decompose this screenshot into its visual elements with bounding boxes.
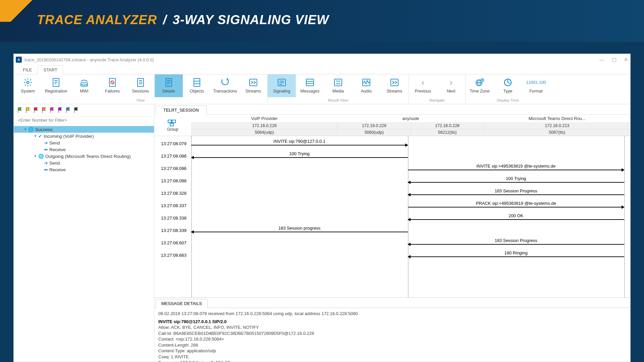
title-white: 3-WAY SIGNALING VIEW [173, 13, 329, 27]
msg-header-line: Content-Length: 288 [158, 342, 626, 348]
svg-line-41 [482, 80, 483, 80]
seq-message[interactable]: 13:27:08.338200 OK [154, 212, 624, 224]
seq-message-label: INVITE sip:+495363819 @te-systems.de [408, 164, 625, 169]
btn-media[interactable]: Media [324, 74, 352, 97]
tree-outgoing-send[interactable]: ➔Send [14, 160, 154, 166]
ribbon-group-display: Time Zone Type 11001.100Format Display T… [466, 74, 550, 104]
ribbon-group-view: System Registration MWI Failures Session… [14, 74, 268, 104]
flag-icon[interactable] [73, 107, 79, 114]
btn-type[interactable]: Type [494, 74, 522, 97]
btn-details[interactable]: Details [155, 74, 183, 97]
btn-streams2[interactable]: Streams [380, 74, 409, 97]
btn-mwi[interactable]: MWI [70, 74, 98, 97]
seq-message-label: 183 Session Progress [408, 238, 625, 243]
filter-input[interactable] [16, 116, 152, 124]
lane-a-title: VoIP Provider [191, 115, 337, 122]
seq-message[interactable]: 13:27:08.663180 Ringing [154, 249, 624, 261]
tree-outgoing-receive[interactable]: ⬅Receive [14, 166, 154, 173]
seq-message[interactable]: 13:27:08.339183 Session progress [154, 224, 624, 236]
svg-rect-45 [168, 120, 171, 123]
seq-message[interactable]: 13:27:08.337PRACK sip:+495363819 @te-sys… [154, 199, 624, 212]
seq-timestamp: 13:27:08.338 [154, 216, 191, 221]
flag-bar [14, 104, 154, 116]
sequence-diagram[interactable]: 13:27:08.079INVITE sip:790@127.0.0.113:2… [154, 136, 630, 297]
lane-c-title: Microsoft Teams Direct Rou... [484, 115, 630, 122]
tree-outgoing[interactable]: ▼🌐Outgoing (Microsoft Teams Direct Routi… [14, 153, 154, 160]
seq-timestamp: 13:27:08.607 [154, 240, 191, 245]
seq-timestamp: 13:27:08.328 [154, 191, 191, 196]
flag-icon[interactable] [49, 107, 55, 114]
btn-transactions[interactable]: Transactions [211, 74, 239, 97]
lane-b-title: anynode [337, 115, 484, 122]
maximize-icon[interactable]: ▢ [612, 57, 616, 63]
svg-point-5 [82, 84, 83, 85]
msg-details-tab[interactable]: MESSAGE DETAILS [156, 299, 208, 308]
main-tabs: FILE START [14, 65, 630, 74]
svg-rect-46 [172, 120, 175, 123]
svg-point-6 [84, 84, 85, 85]
slide-title: TRACE ANALYZER / 3-WAY SIGNALING VIEW [37, 13, 329, 27]
btn-format[interactable]: 11001.100Format [522, 74, 550, 97]
seq-message[interactable]: 13:27:08.328183 Session Progress [154, 187, 624, 199]
msg-header-line: Content-Type: application/sdp [158, 348, 626, 354]
tree-incoming-send[interactable]: ➔Send [14, 139, 154, 146]
svg-rect-28 [306, 79, 314, 86]
btn-streams[interactable]: Streams [239, 74, 267, 97]
btn-objects[interactable]: Objects [183, 74, 211, 97]
session-tab[interactable]: TELRT_SESSION [156, 106, 207, 115]
group-label-view: View [14, 97, 267, 104]
svg-line-11 [111, 81, 113, 83]
ribbon: System Registration MWI Failures Session… [14, 74, 630, 104]
flag-icon[interactable] [41, 107, 47, 114]
group-label-navigate: Navigate [409, 97, 465, 104]
tree-incoming[interactable]: ▼✔Incoming (VoIP Provider) [14, 133, 154, 139]
btn-failures[interactable]: Failures [98, 74, 126, 97]
seq-message[interactable]: 13:27:08.096INVITE sip:+495363819 @te-sy… [154, 162, 624, 174]
btn-sessions[interactable]: Sessions [126, 74, 155, 97]
seq-message-label: 100 Trying [191, 151, 408, 156]
sequence-header: Group VoIP Provider 172.16.0.228 5064(ud… [154, 115, 630, 136]
seq-message-label: 180 Ringing [408, 250, 625, 255]
seq-message-label: 183 Session progress [191, 226, 408, 231]
flag-icon[interactable] [25, 107, 31, 114]
btn-timezone[interactable]: Time Zone [466, 74, 494, 97]
seq-timestamp: 13:27:08.337 [154, 203, 191, 208]
seq-timestamp: 13:27:08.663 [154, 253, 191, 258]
msg-meta: 06.02.2019 13:27:08.079 received from 17… [158, 311, 626, 317]
seq-message-label: PRACK sip:+495363819 @te-systems.de [408, 201, 625, 206]
session-tree: ▼🌐Success: ▼✔Incoming (VoIP Provider) ➔S… [14, 126, 154, 173]
window-title: trace_20190206142704.xztrace - anynode T… [24, 57, 154, 62]
flag-icon[interactable] [33, 107, 39, 114]
msg-header-line: Cseq: 1 INVITE [158, 354, 626, 360]
seq-message[interactable]: 13:27:08.607183 Session Progress [154, 237, 624, 249]
flag-icon[interactable] [57, 107, 63, 114]
seq-message-label: 200 OK [408, 213, 625, 218]
ribbon-group-result: Signaling Messages Media Audio Streams R… [268, 74, 409, 104]
tree-incoming-receive[interactable]: ⬅Receive [14, 146, 154, 153]
tab-start[interactable]: START [38, 65, 63, 74]
btn-system[interactable]: System [14, 74, 42, 97]
btn-registration[interactable]: Registration [42, 74, 70, 97]
flag-icon[interactable] [65, 107, 71, 114]
group-icon[interactable] [167, 119, 176, 127]
svg-rect-20 [194, 78, 200, 86]
btn-audio[interactable]: Audio [352, 74, 380, 97]
seq-message-label: INVITE sip:790@127.0.0.1 [191, 139, 408, 144]
seq-message[interactable]: 13:27:08.079INVITE sip:790@127.0.0.1 [154, 137, 624, 149]
btn-next[interactable]: ›Next [437, 74, 465, 97]
flag-icon[interactable] [17, 107, 23, 114]
btn-previous[interactable]: ‹Previous [409, 74, 437, 97]
btn-signaling[interactable]: Signaling [268, 74, 296, 97]
msg-header-line: Call-Id: B6A8E65CEB01D4BE0F92C38DBE7B051… [158, 330, 626, 337]
seq-timestamp: 13:27:08.079 [154, 141, 191, 146]
tab-file[interactable]: FILE [17, 65, 38, 74]
seq-message[interactable]: 13:27:08.098100 Trying [154, 175, 624, 187]
right-panel: TELRT_SESSION Group VoIP Provider 172.16… [154, 104, 630, 362]
tree-success[interactable]: ▼🌐Success: [14, 126, 154, 133]
left-panel: ▼🌐Success: ▼✔Incoming (VoIP Provider) ➔S… [14, 104, 154, 362]
btn-messages[interactable]: Messages [296, 74, 324, 97]
msg-details-body[interactable]: 06.02.2019 13:27:08.079 received from 17… [154, 308, 630, 362]
close-icon[interactable]: ✕ [624, 57, 628, 63]
seq-message[interactable]: 13:27:08.086100 Trying [154, 150, 624, 162]
minimize-icon[interactable]: — [599, 57, 604, 63]
